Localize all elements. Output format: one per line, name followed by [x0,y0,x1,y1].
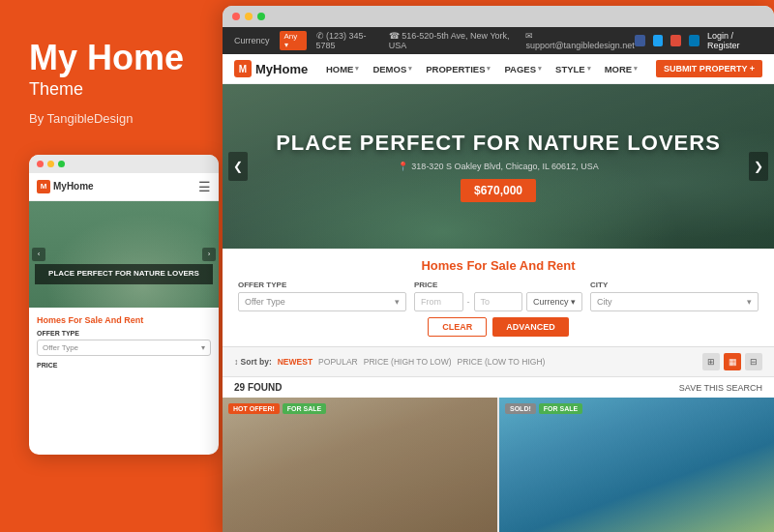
mobile-offer-label: OFFER TYPE [37,330,211,337]
hero-address: 📍 318-320 S Oakley Blvd, Chicago, IL 606… [276,162,721,171]
topbar-address: ☎ 516-520-5th Ave, New York, USA [389,31,517,50]
offer-type-label: OFFER TYPE [238,281,406,289]
price-to-input[interactable]: To [474,292,523,311]
results-count: 29 FOUND [234,382,282,393]
topbar-right: Login / Register [635,31,762,50]
mobile-navbar: M MyHome ☰ [29,173,219,201]
mobile-dot-green [58,161,65,167]
view-options: ⊞ ▦ ⊟ [702,353,762,370]
browser-dot-yellow [245,13,253,20]
nav-item-demos[interactable]: DEMOS▾ [372,64,412,74]
badge-for-sale-1: FOR SALE [283,403,326,414]
sort-price-high[interactable]: PRICE (HIGH TO LOW) [364,357,452,367]
mobile-hamburger-icon[interactable]: ☰ [198,179,211,194]
nav-item-home[interactable]: HOME▾ [326,64,360,74]
property-card-1-image [223,398,497,532]
offer-type-select[interactable]: Offer Type ▾ [238,292,406,311]
price-separator: - [467,297,470,307]
linkedin-icon[interactable] [689,35,700,46]
property-grid: HOT OFFER! FOR SALE SOLD! FOR SALE [223,398,774,532]
advanced-button[interactable]: ADVANCED [492,317,568,337]
mobile-hero-arrows: ‹ › [29,248,219,261]
mobile-logo-icon: M [37,180,50,193]
theme-title: My Home Theme By TangibleDesign [29,39,199,126]
site-logo-icon: M [234,60,252,77]
mobile-logo-text: MyHome [53,181,94,192]
offer-type-col: OFFER TYPE Offer Type ▾ [238,281,406,311]
city-select[interactable]: City ▾ [590,292,759,311]
sort-popular[interactable]: POPULAR [318,357,358,367]
badge-for-sale-2: FOR SALE [539,403,582,414]
view-map-icon[interactable]: ⊟ [745,353,762,370]
nav-item-properties[interactable]: PROPERTIES▾ [426,64,491,74]
site-logo-wrap: M MyHome [234,60,308,77]
clear-button[interactable]: CLEAR [428,317,487,337]
topbar-currency-select[interactable]: Any ▾ [280,31,307,50]
browser-bar [223,6,774,27]
theme-author: By TangibleDesign [29,111,199,126]
mobile-prev-arrow[interactable]: ‹ [32,248,45,261]
results-bar: ↕ Sort by: NEWEST POPULAR PRICE (HIGH TO… [223,347,774,377]
property-card-2-badges: SOLD! FOR SALE [505,403,582,414]
badge-sold: SOLD! [505,403,536,414]
google-icon[interactable] [670,35,681,46]
mobile-dot-yellow [47,161,54,167]
site-logo-text: MyHome [255,62,308,76]
nav-item-style[interactable]: STYLE▾ [555,64,591,74]
save-search-button[interactable]: SAVE THIS SEARCH [679,383,762,393]
mobile-next-arrow[interactable]: › [202,248,216,261]
property-card-2[interactable]: SOLD! FOR SALE [499,398,774,532]
submit-property-button[interactable]: SUBMIT PROPERTY + [656,60,762,77]
hero-next-arrow[interactable]: ❯ [749,152,768,181]
left-panel: My Home Theme By TangibleDesign M MyHome… [0,0,223,532]
mobile-hero: ‹ › PLACE PERFECT FOR NATURE LOVERS [29,201,219,308]
hero-content: PLACE PERFECT FOR NATURE LOVERS 📍 318-32… [276,131,721,202]
price-from-input[interactable]: From [414,292,463,311]
site-nav-items: HOME▾ DEMOS▾ PROPERTIES▾ PAGES▾ STYLE▾ M… [326,64,638,74]
hero-title: PLACE PERFECT FOR NATURE LOVERS [276,131,721,156]
mobile-logo-wrap: M MyHome [37,180,94,193]
twitter-icon[interactable] [653,35,664,46]
offer-caret-icon: ▾ [395,297,400,307]
search-section-title: Homes For Sale And Rent [238,258,759,273]
view-list-icon[interactable]: ▦ [724,353,741,370]
property-card-1[interactable]: HOT OFFER! FOR SALE [223,398,497,532]
mobile-dots [29,155,219,173]
sort-newest[interactable]: NEWEST [278,357,313,367]
hero-prev-arrow[interactable]: ❮ [228,152,248,181]
topbar-phone: ✆ (123) 345-5785 [316,31,379,50]
sort-price-low[interactable]: PRICE (LOW TO HIGH) [458,357,546,367]
search-section: Homes For Sale And Rent OFFER TYPE Offer… [223,249,774,347]
topbar-email: ✉ support@tangibledesign.net [525,31,634,50]
results-count-bar: 29 FOUND SAVE THIS SEARCH [223,377,774,398]
price-range: From - To Currency ▾ [414,292,582,311]
site-navbar: M MyHome HOME▾ DEMOS▾ PROPERTIES▾ PAGES▾… [223,54,774,84]
mobile-preview: M MyHome ☰ ‹ › PLACE PERFECT FOR NATURE … [29,155,219,455]
city-caret-icon: ▾ [747,297,752,307]
property-card-2-image [499,398,774,532]
mobile-search-section: Homes For Sale And Rent OFFER TYPE Offer… [29,308,219,376]
mobile-hero-text: PLACE PERFECT FOR NATURE LOVERS [35,264,213,283]
search-actions: CLEAR ADVANCED [238,317,759,337]
topbar-login[interactable]: Login / Register [707,31,762,50]
price-label: PRICE [414,281,582,289]
site-topbar: Currency Any ▾ ✆ (123) 345-5785 ☎ 516-52… [223,27,774,54]
badge-hot-offer: HOT OFFER! [228,403,280,414]
topbar-currency-label: Currency [234,36,270,45]
theme-name: My Home [29,39,199,77]
price-col: PRICE From - To Currency ▾ [414,281,582,311]
property-card-1-badges: HOT OFFER! FOR SALE [228,403,326,414]
mobile-search-title: Homes For Sale And Rent [37,315,211,325]
mobile-offer-select[interactable]: Offer Type ▾ [37,340,211,356]
city-col: CITY City ▾ [590,281,759,311]
topbar-left: Currency Any ▾ ✆ (123) 345-5785 ☎ 516-52… [234,31,635,50]
facebook-icon[interactable] [635,35,645,46]
currency-selector[interactable]: Currency ▾ [526,292,582,311]
theme-subtitle: Theme [29,79,199,100]
view-grid-icon[interactable]: ⊞ [702,353,720,370]
nav-item-more[interactable]: MORE▾ [605,64,639,74]
search-row: OFFER TYPE Offer Type ▾ PRICE From - To [238,281,759,311]
sort-section: ↕ Sort by: NEWEST POPULAR PRICE (HIGH TO… [234,357,545,367]
nav-item-pages[interactable]: PAGES▾ [504,64,542,74]
city-label: CITY [590,281,759,289]
